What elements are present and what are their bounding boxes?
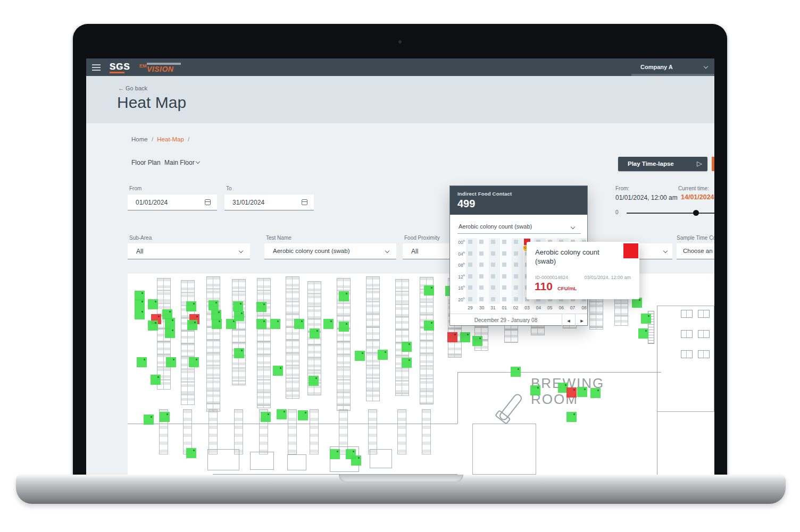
grid-cell[interactable] [514,240,518,244]
grid-cell[interactable] [502,274,506,278]
sample-marker[interactable] [530,385,540,395]
time-slider-track[interactable] [627,213,714,214]
grid-cell[interactable] [502,297,506,301]
breadcrumb-heat-map[interactable]: Heat-Map [157,136,184,142]
grid-cell[interactable] [468,263,472,267]
sub-area-dropdown[interactable]: All [128,243,250,259]
sample-marker[interactable] [256,319,266,329]
sample-marker[interactable] [148,299,158,309]
sample-marker[interactable] [402,342,412,352]
floor-plan-select[interactable]: Main Floor [164,159,195,166]
sample-marker[interactable] [234,311,244,321]
partially-hidden-dropdown[interactable] [635,243,672,259]
sample-marker[interactable] [256,302,266,312]
grid-cell[interactable] [468,240,472,244]
popup-test-dropdown[interactable]: Aerobic colony count (swab) [459,223,532,230]
sample-marker[interactable] [472,336,482,346]
clipped-orange-button[interactable] [712,157,714,171]
grid-cell[interactable] [491,240,495,244]
grid-cell[interactable] [491,263,495,267]
sample-marker[interactable] [641,314,651,324]
sample-marker[interactable] [294,319,304,329]
sample-marker[interactable] [273,366,283,376]
grid-cell[interactable] [479,285,484,290]
grid-cell[interactable] [468,274,472,278]
sample-marker[interactable] [566,412,577,422]
sample-marker[interactable] [166,357,176,367]
sample-marker[interactable] [261,412,271,422]
sample-marker[interactable] [309,376,319,386]
sample-time-dropdown[interactable]: Choose an o [677,243,714,259]
sample-marker[interactable] [339,322,349,332]
breadcrumb-home[interactable]: Home [131,136,148,142]
sample-marker[interactable] [310,328,320,339]
company-dropdown[interactable]: Company A [631,58,714,76]
sample-marker[interactable] [186,301,196,311]
sample-marker[interactable] [566,387,577,398]
grid-cell[interactable] [502,251,506,256]
test-name-dropdown[interactable]: Aerobic colony count (swab) [264,243,396,259]
grid-cell[interactable] [514,263,518,267]
sample-marker[interactable] [165,318,175,328]
sample-marker[interactable] [187,320,197,330]
grid-cell[interactable] [491,297,495,301]
sample-marker[interactable] [189,357,199,367]
sample-marker[interactable] [234,348,244,358]
grid-cell[interactable] [502,240,506,244]
sample-marker[interactable] [330,449,340,459]
sample-marker[interactable] [151,375,161,385]
grid-cell[interactable] [468,285,472,290]
sample-marker[interactable] [339,291,349,301]
calendar-icon[interactable] [205,199,211,205]
grid-cell[interactable] [514,251,518,256]
sample-marker[interactable] [137,357,147,367]
sample-marker[interactable] [186,448,196,458]
go-back-link[interactable]: ← Go back [118,85,147,91]
floor-plan-canvas[interactable]: BREWING ROOM [128,274,714,475]
grid-cell[interactable] [479,297,484,301]
grid-cell[interactable] [479,240,484,244]
grid-cell[interactable] [514,274,518,278]
sample-marker[interactable] [212,319,222,329]
grid-cell[interactable] [479,274,484,278]
sample-marker[interactable] [577,387,587,397]
sample-marker[interactable] [148,320,158,331]
grid-cell[interactable] [502,285,506,290]
sample-marker[interactable] [277,409,287,419]
grid-cell[interactable] [491,274,495,278]
sample-marker[interactable] [424,285,434,295]
grid-cell[interactable] [502,263,506,267]
grid-cell[interactable] [468,251,472,256]
sample-marker[interactable] [424,320,434,331]
grid-cell[interactable] [491,285,495,290]
sample-marker[interactable] [323,319,334,329]
sample-marker[interactable] [135,299,145,309]
prev-page-button[interactable]: ◂ [562,314,575,327]
grid-cell[interactable] [479,263,484,267]
sample-marker[interactable] [298,410,308,420]
sample-marker[interactable] [447,332,457,342]
sample-marker[interactable] [160,412,170,422]
next-page-button[interactable]: ▸ [575,314,588,327]
sample-marker[interactable] [638,328,648,339]
calendar-icon[interactable] [302,199,307,205]
play-timelapse-button[interactable]: Play Time-lapse ▷ [618,157,707,171]
sample-marker[interactable] [165,328,175,338]
sample-marker[interactable] [135,309,145,319]
sample-marker[interactable] [233,301,243,311]
grid-cell[interactable] [514,285,518,290]
grid-cell[interactable] [491,251,495,256]
sample-marker[interactable] [355,351,365,361]
sample-marker[interactable] [209,300,219,310]
grid-cell[interactable] [479,251,484,256]
sample-marker[interactable] [270,319,280,329]
sample-marker[interactable] [378,350,388,360]
time-slider-handle[interactable] [693,210,699,216]
sample-marker[interactable] [351,455,361,466]
hamburger-menu-icon[interactable] [92,64,101,71]
grid-cell[interactable] [514,297,518,301]
sample-marker[interactable] [590,388,601,398]
sample-marker[interactable] [402,358,412,368]
sample-marker[interactable] [511,367,521,377]
to-date-input[interactable]: 31/01/2024 [224,195,314,210]
